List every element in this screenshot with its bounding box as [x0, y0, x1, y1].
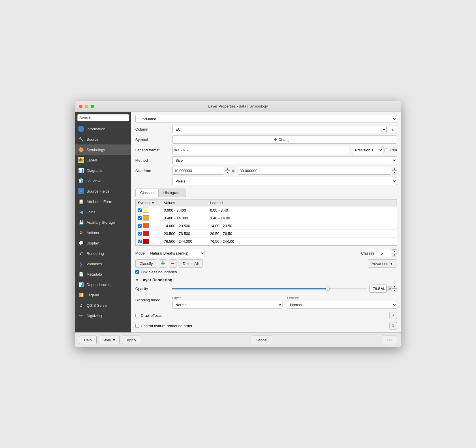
sidebar-item-display[interactable]: 💬 Display: [75, 238, 131, 248]
row-checkbox-1[interactable]: [138, 216, 142, 220]
link-class-checkbox[interactable]: [135, 270, 139, 274]
ok-button[interactable]: OK: [382, 336, 397, 344]
tab-histogram[interactable]: Histogram: [158, 189, 185, 197]
sidebar-item-legend[interactable]: 📶 Legend: [75, 290, 131, 300]
row-checkbox-3[interactable]: [138, 232, 142, 236]
tab-classes[interactable]: Classes: [135, 189, 158, 197]
sidebar-item-dependencies[interactable]: 📊 Dependencies: [75, 279, 131, 290]
size-to-input[interactable]: [238, 167, 391, 175]
main-window: Layer Properties - data | Symbology i In…: [75, 101, 401, 347]
delete-all-button[interactable]: Delete All: [179, 259, 203, 268]
classes-count-input[interactable]: [377, 249, 391, 257]
control-rendering-checkbox[interactable]: [135, 324, 139, 328]
sidebar-item-auxiliary-storage[interactable]: 💾 Auxiliary Storage: [75, 217, 131, 227]
table-row[interactable]: 14.000 - 20.50014.00 - 20.50: [136, 222, 397, 230]
legend-format-input[interactable]: [172, 146, 349, 154]
collapse-icon[interactable]: [135, 279, 139, 281]
column-row: Column EC ε: [135, 125, 397, 133]
opacity-up[interactable]: ▲: [392, 285, 397, 289]
apply-button[interactable]: Apply: [122, 336, 141, 344]
digitizing-icon: ✏: [78, 313, 84, 319]
maximize-button[interactable]: [91, 105, 94, 108]
renderer-select[interactable]: Graduated: [135, 115, 397, 123]
table-row[interactable]: 3.400 - 14.0003.40 - 14.00: [136, 214, 397, 222]
precision-select[interactable]: Precision 1 Precision 2 Precision 3: [352, 146, 383, 154]
sidebar-item-symbology[interactable]: 🎨 Symbology: [75, 144, 131, 155]
sidebar-item-labels[interactable]: abc Labels: [75, 155, 131, 165]
color-swatch-1[interactable]: [143, 215, 149, 221]
advanced-text: Advanced: [372, 261, 388, 266]
table-row[interactable]: 0.000 - 3.4000.00 - 3.40: [136, 206, 397, 214]
advanced-button[interactable]: Advanced ▼: [368, 259, 397, 268]
sidebar-item-source[interactable]: 🔧 Source: [75, 134, 131, 144]
table-row[interactable]: 76.500 - 244.00076.50 - 244.00: [136, 238, 397, 245]
minimize-button[interactable]: [85, 105, 88, 108]
sidebar-item-qgis-server[interactable]: 🖥 QGIS Server: [75, 300, 131, 310]
pixels-select[interactable]: Pixels Millimeters: [172, 177, 397, 185]
draw-effects-checkbox[interactable]: [135, 314, 139, 317]
cancel-button[interactable]: Cancel: [251, 336, 272, 344]
table-row[interactable]: 20.500 - 76.50020.50 - 76.50: [136, 230, 397, 238]
opacity-down[interactable]: ▼: [392, 289, 397, 292]
sidebar-item-actions[interactable]: ⚙ Actions: [75, 227, 131, 238]
sidebar-item-diagrams[interactable]: 📊 Diagrams: [75, 165, 131, 176]
draw-effects-star-button[interactable]: ★: [389, 312, 397, 319]
add-icon: ✛: [161, 260, 165, 267]
color-swatch-3[interactable]: [143, 231, 149, 236]
control-rendering-star-button[interactable]: ⇅: [389, 322, 397, 330]
blending-mode-label: Blending mode: [135, 296, 170, 302]
search-box[interactable]: [75, 112, 131, 124]
opacity-thumb[interactable]: [326, 287, 330, 291]
row-checkbox-2[interactable]: [138, 224, 142, 228]
row-checkbox-0[interactable]: [138, 208, 142, 212]
style-button[interactable]: Style ▼: [99, 336, 120, 344]
row-values-1: 3.400 - 14.000: [162, 214, 208, 222]
style-chevron-icon: ▼: [112, 338, 116, 342]
remove-class-button[interactable]: −: [169, 259, 177, 268]
col-header-symbol: Symbol▼: [136, 199, 162, 206]
help-button[interactable]: Help: [79, 336, 97, 344]
color-swatch-2[interactable]: [143, 223, 149, 228]
sidebar-item-information[interactable]: i Information: [75, 124, 131, 134]
search-input[interactable]: [77, 114, 129, 121]
legend-format-row: Legend format Precision 1 Precision 2 Pr…: [135, 146, 397, 154]
color-swatch-0[interactable]: [143, 208, 149, 213]
size-from-label: Size from: [135, 169, 170, 173]
attributes-form-icon: 📋: [78, 198, 84, 205]
sidebar-item-attributes-form[interactable]: 📋 Attributes Form: [75, 196, 131, 207]
color-swatch-4[interactable]: [143, 239, 149, 244]
sidebar-label-metadata: Metadata: [87, 272, 102, 276]
size-from-up[interactable]: ▲: [225, 167, 230, 171]
classes-down[interactable]: ▼: [392, 253, 397, 257]
sidebar-item-digitizing[interactable]: ✏ Digitizing: [75, 310, 131, 321]
row-values-0: 0.000 - 3.400: [162, 206, 208, 214]
sidebar-item-source-fields[interactable]: ≡ Source Fields: [75, 186, 131, 196]
close-button[interactable]: [79, 105, 83, 108]
column-select[interactable]: EC: [172, 125, 387, 133]
size-from-input[interactable]: [172, 167, 224, 175]
classify-button[interactable]: Classify: [135, 259, 157, 268]
feature-blending-select[interactable]: Normal Multiply Screen: [287, 301, 397, 309]
size-to-up[interactable]: ▲: [392, 167, 397, 171]
mode-select[interactable]: Natural Breaks (Jenks) Equal Interval Qu…: [147, 249, 205, 257]
size-to-down[interactable]: ▼: [392, 171, 397, 174]
opacity-slider[interactable]: [172, 288, 367, 289]
method-select[interactable]: Size Color: [172, 156, 397, 164]
trim-checkbox[interactable]: [385, 148, 388, 152]
change-symbol-button[interactable]: Change...: [172, 135, 397, 144]
classes-up[interactable]: ▲: [392, 249, 397, 253]
diagrams-icon: 📊: [78, 167, 84, 174]
layer-blending-select[interactable]: Normal Multiply Screen: [172, 301, 282, 309]
info-icon: i: [78, 126, 84, 132]
expression-button[interactable]: ε: [389, 125, 397, 133]
sidebar-item-joins[interactable]: ◀ Joins: [75, 207, 131, 217]
sidebar-item-rendering[interactable]: 🖌 Rendering: [75, 248, 131, 259]
row-checkbox-4[interactable]: [138, 240, 142, 243]
sidebar-item-variables[interactable]: ∑ Variables: [75, 259, 131, 269]
add-class-button[interactable]: ✛: [159, 259, 167, 268]
sidebar-item-metadata[interactable]: 📄 Metadata: [75, 269, 131, 279]
auxiliary-storage-icon: 💾: [78, 219, 84, 225]
size-from-down[interactable]: ▼: [225, 171, 230, 174]
sidebar-item-3dview[interactable]: 🧊 3D View: [75, 176, 131, 186]
opacity-input[interactable]: [369, 285, 387, 293]
